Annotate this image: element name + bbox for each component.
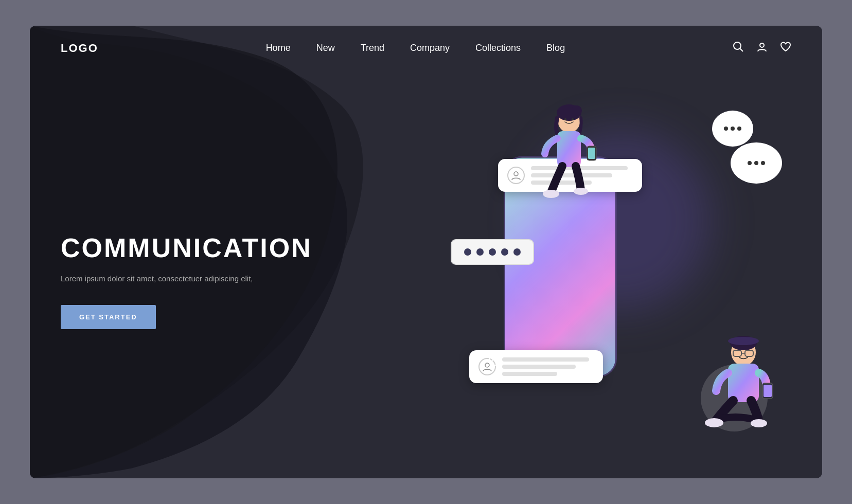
password-dot-4 (501, 248, 508, 256)
page-container: LOGO Home New Trend Company Collections … (30, 26, 822, 478)
svg-point-14 (543, 190, 559, 198)
password-bubble (451, 239, 534, 265)
nav-icons (733, 41, 791, 55)
bubble-lines-bottom (502, 357, 594, 376)
typing-dots-1 (724, 127, 741, 131)
typing-dots-2 (748, 161, 765, 165)
bubble-avatar-1 (507, 167, 525, 184)
logo: LOGO (61, 42, 98, 55)
svg-point-8 (572, 105, 582, 116)
typing-dot (761, 161, 765, 165)
svg-point-3 (760, 43, 764, 47)
svg-rect-11 (557, 131, 581, 167)
svg-point-10 (572, 118, 574, 120)
nav-new[interactable]: New (316, 43, 335, 53)
cta-button[interactable]: GET STARTED (61, 305, 156, 329)
character-man (705, 332, 782, 440)
nav-company[interactable]: Company (410, 43, 450, 53)
speech-bubble-2 (731, 142, 782, 184)
hero-subtitle: Lorem ipsum dolor sit amet, consectetuer… (61, 273, 318, 285)
typing-dot (724, 127, 728, 131)
svg-point-1 (734, 42, 741, 49)
svg-point-4 (514, 172, 518, 176)
svg-rect-13 (588, 148, 595, 159)
bubble-line (502, 372, 557, 376)
password-dot-3 (489, 248, 496, 256)
speech-bubble-1 (712, 111, 753, 147)
bubble-line (502, 365, 575, 369)
hero-title: COMMUNICATION (61, 233, 318, 263)
nav-links: Home New Trend Company Collections Blog (266, 43, 565, 53)
typing-dot (737, 127, 741, 131)
svg-point-26 (751, 419, 767, 427)
password-dot-5 (513, 248, 521, 256)
spark-lines (479, 355, 500, 375)
svg-rect-24 (764, 385, 772, 397)
nav-home[interactable]: Home (266, 43, 291, 53)
svg-point-9 (564, 118, 566, 120)
main-content: COMMUNICATION Lorem ipsum dolor sit amet… (30, 70, 822, 472)
typing-dot (748, 161, 752, 165)
typing-dot (754, 161, 758, 165)
password-dot-1 (464, 248, 471, 256)
nav-collections[interactable]: Collections (475, 43, 521, 53)
heart-icon[interactable] (780, 41, 791, 55)
bubble-line (502, 357, 589, 362)
user-icon[interactable] (756, 41, 768, 55)
svg-point-15 (574, 188, 588, 195)
search-icon[interactable] (733, 41, 744, 55)
navbar: LOGO Home New Trend Company Collections … (30, 26, 822, 70)
svg-point-18 (728, 337, 759, 345)
svg-line-29 (492, 357, 494, 361)
nav-trend[interactable]: Trend (361, 43, 384, 53)
typing-dot (731, 127, 735, 131)
svg-line-2 (740, 49, 743, 52)
hero-section: COMMUNICATION Lorem ipsum dolor sit amet… (61, 213, 318, 330)
illustration-area (318, 70, 791, 472)
password-dot-2 (476, 248, 484, 256)
nav-blog[interactable]: Blog (546, 43, 565, 53)
character-woman (536, 102, 602, 205)
svg-point-25 (705, 418, 723, 427)
